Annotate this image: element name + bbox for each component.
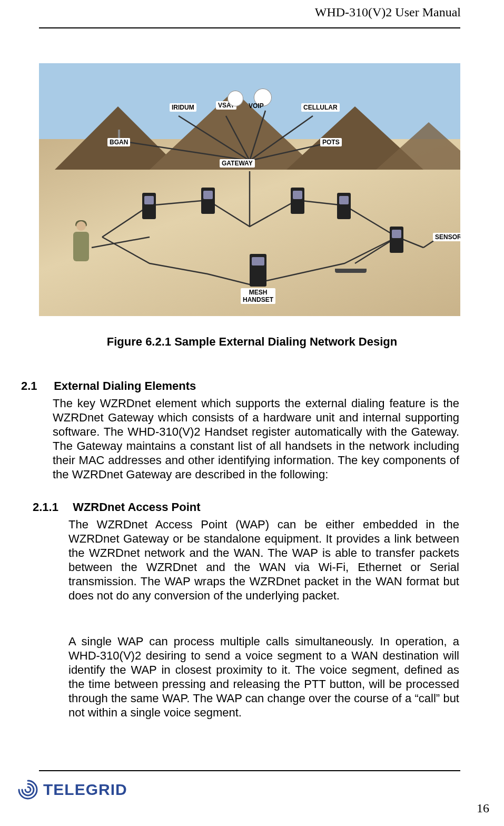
- handset-icon: [337, 193, 351, 219]
- heading-2-1-title: External Dialing Elements: [54, 379, 196, 392]
- mesh-handset-label: MESH HANDSET: [241, 288, 275, 304]
- para-2-1: The key WZRDnet element which supports t…: [53, 396, 459, 481]
- heading-2-1-1: 2.1.1 WZRDnet Access Point: [33, 500, 458, 514]
- handset-icon: [390, 227, 403, 253]
- handset-icon: [142, 193, 156, 219]
- figure-network-diagram: BGAN IRIDUM VSAT VOIP CELLULAR POTS GATE…: [39, 63, 460, 316]
- iridium-label: IRIDUM: [170, 103, 196, 112]
- pots-label: POTS: [320, 138, 342, 146]
- mesh-handset-icon: [250, 254, 266, 287]
- sensor-label: SENSOR: [433, 233, 460, 241]
- telegrid-swirl-icon: [16, 778, 40, 802]
- heading-2-1-1-title: WZRDnet Access Point: [73, 500, 200, 514]
- soldier-icon: [71, 221, 92, 267]
- gateway-label: GATEWAY: [220, 159, 255, 168]
- header-rule: [39, 27, 460, 28]
- heading-2-1-num: 2.1: [21, 379, 51, 393]
- handset-icon: [291, 188, 304, 214]
- bgan-label: BGAN: [107, 138, 130, 146]
- heading-2-1-1-num: 2.1.1: [33, 500, 70, 514]
- footer-rule: [39, 770, 460, 771]
- footer-logo: TELEGRID: [16, 778, 127, 802]
- heading-2-1: 2.1 External Dialing Elements: [21, 379, 458, 393]
- footer-brand-text: TELEGRID: [43, 781, 127, 799]
- handset-icon: [201, 188, 215, 214]
- cellular-label: CELLULAR: [301, 103, 340, 112]
- page-number: 16: [477, 801, 489, 815]
- para-2-1-1-b: A single WAP can process multiple calls …: [68, 634, 459, 720]
- page: WHD-310(V)2 User Manual: [0, 0, 504, 826]
- header-doc-title: WHD-310(V)2 User Manual: [0, 5, 504, 19]
- para-2-1-1-a: The WZRDnet Access Point (WAP) can be ei…: [68, 517, 459, 603]
- figure-caption: Figure 6.2.1 Sample External Dialing Net…: [0, 335, 504, 349]
